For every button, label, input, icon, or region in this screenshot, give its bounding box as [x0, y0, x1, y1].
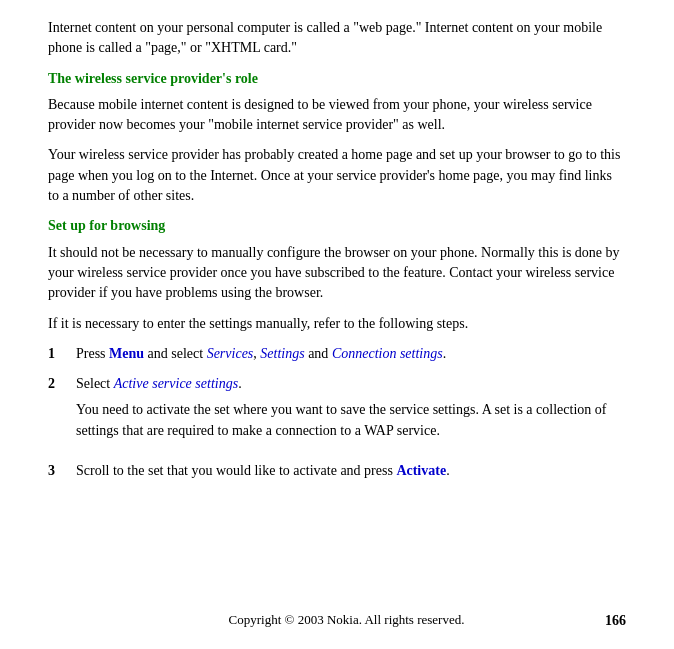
- setup-intro: It should not be necessary to manually c…: [48, 243, 626, 304]
- step-2-period: .: [238, 376, 242, 391]
- step-1-menu: Menu: [109, 346, 144, 361]
- setup-manual-intro: If it is necessary to enter the settings…: [48, 314, 626, 334]
- step-1-before-menu: Press: [76, 346, 109, 361]
- section-setup: Set up for browsing It should not be nec…: [48, 216, 626, 481]
- step-1: 1 Press Menu and select Services, Settin…: [48, 344, 626, 364]
- step-3-number: 3: [48, 461, 76, 481]
- step-1-number: 1: [48, 344, 76, 364]
- step-3-period: .: [446, 463, 450, 478]
- step-2: 2 Select Active service settings. You ne…: [48, 374, 626, 451]
- step-1-period: .: [443, 346, 447, 361]
- footer-copyright: Copyright © 2003 Nokia. All rights reser…: [229, 611, 465, 630]
- step-1-connection: Connection settings: [332, 346, 443, 361]
- step-3-before: Scroll to the set that you would like to…: [76, 463, 396, 478]
- section-wireless: The wireless service provider's role Bec…: [48, 69, 626, 207]
- page-container: Internet content on your personal comput…: [0, 0, 674, 649]
- step-1-and: and: [305, 346, 332, 361]
- step-3: 3 Scroll to the set that you would like …: [48, 461, 626, 481]
- steps-list: 1 Press Menu and select Services, Settin…: [48, 344, 626, 481]
- step-1-content: Press Menu and select Services, Settings…: [76, 344, 626, 364]
- intro-paragraph: Internet content on your personal comput…: [48, 18, 626, 59]
- content-area: Internet content on your personal comput…: [48, 18, 626, 601]
- step-2-active: Active service settings: [114, 376, 238, 391]
- footer: Copyright © 2003 Nokia. All rights reser…: [48, 601, 626, 631]
- wireless-para1: Because mobile internet content is desig…: [48, 95, 626, 136]
- wireless-para2: Your wireless service provider has proba…: [48, 145, 626, 206]
- step-2-content: Select Active service settings.: [76, 374, 242, 394]
- step-3-activate: Activate: [396, 463, 446, 478]
- step-2-before: Select: [76, 376, 114, 391]
- step-3-content: Scroll to the set that you would like to…: [76, 461, 626, 481]
- step-1-services: Services: [207, 346, 254, 361]
- step-1-settings: Settings: [260, 346, 304, 361]
- section-wireless-heading: The wireless service provider's role: [48, 69, 626, 89]
- section-setup-heading: Set up for browsing: [48, 216, 626, 236]
- step-2-sub: You need to activate the set where you w…: [76, 400, 626, 441]
- footer-page-number: 166: [605, 611, 626, 631]
- step-2-number: 2: [48, 374, 76, 394]
- step-1-after-menu: and select: [144, 346, 207, 361]
